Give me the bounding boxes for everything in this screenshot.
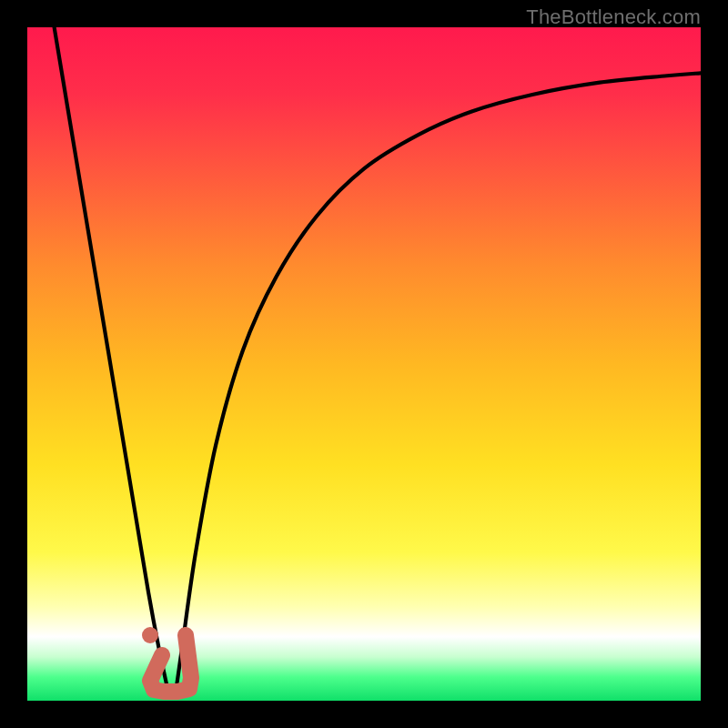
watermark-text: TheBottleneck.com [526,5,701,29]
plot-area [27,27,701,701]
marker-dot [142,627,158,643]
curves-layer [27,27,701,701]
series-left-arm [55,27,169,694]
series-right-arm [176,73,701,693]
chart-frame: TheBottleneck.com [0,0,728,728]
